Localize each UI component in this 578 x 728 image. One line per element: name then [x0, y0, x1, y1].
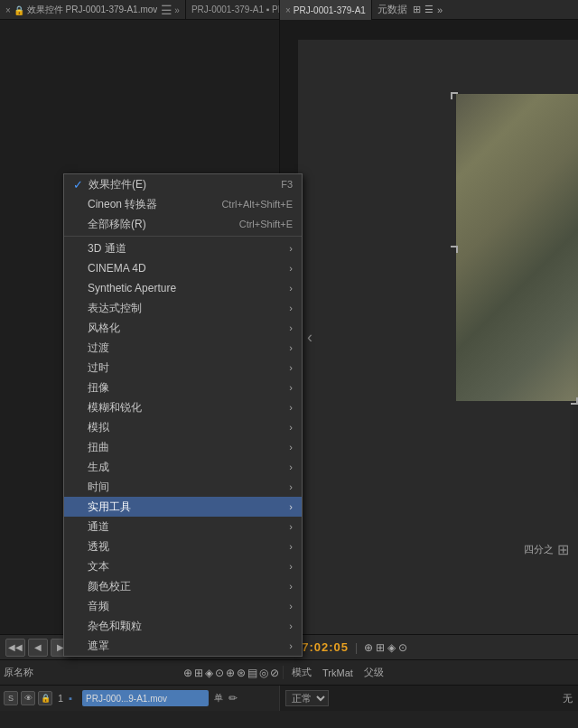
arrow-icon: ›	[289, 303, 293, 313]
menu-item-label: 全部移除(R)	[88, 217, 146, 232]
edit-icon: ✏	[228, 692, 238, 705]
menu-item-color-correction[interactable]: 颜色校正 ›	[64, 576, 302, 596]
source-label: 原名称	[4, 666, 33, 679]
menu-item-label: 模拟	[88, 420, 109, 435]
hicon8[interactable]: ◎	[259, 667, 268, 679]
btn-prev-frame[interactable]: ◀	[28, 639, 48, 657]
timeline-header-right: 模式 TrkMat 父级	[286, 666, 574, 679]
preview-nav-prev[interactable]: ‹	[307, 328, 312, 347]
corner-mid	[451, 246, 458, 253]
menu-icon-right[interactable]: ☰	[424, 4, 434, 15]
menu-item-cineon[interactable]: Cineon 转换器 Ctrl+Alt+Shift+E	[64, 194, 302, 214]
menu-item-simulate[interactable]: 模拟 ›	[64, 417, 302, 437]
menu-item-label: 音频	[88, 599, 109, 614]
hicon6[interactable]: ⊛	[237, 667, 246, 679]
menu-item-label: Synthetic Aperture	[88, 282, 176, 294]
menu-item-label: 时间	[88, 480, 109, 495]
menu-item-audio[interactable]: 音频 ›	[64, 596, 302, 616]
track-icon: ▪	[69, 693, 72, 704]
tab-comp-label: PRJ-0001-379-A1	[294, 5, 366, 15]
tab-effects-label: 效果控件 PRJ-0001-379-A1.mov	[27, 4, 158, 16]
arrow-icon: ›	[289, 621, 293, 631]
arrow-icon: ›	[289, 283, 293, 294]
icon-r1[interactable]: ⊕	[364, 641, 373, 654]
menu-item-matte[interactable]: 遮罩 ›	[64, 636, 302, 656]
metadata-label[interactable]: 元数据	[378, 3, 407, 16]
arrow-icon: ›	[289, 422, 293, 433]
menu-item-label: Cineon 转换器	[88, 197, 157, 212]
menu-item-label: 模糊和锐化	[88, 400, 142, 415]
arrow-icon: ›	[289, 362, 293, 373]
menu-item-text[interactable]: 文本 ›	[64, 556, 302, 576]
timeline-header: 原名称 ⊕ ⊞ ◈ ⊙ ⊕ ⊛ ▤ ◎ ⊘ 模式 TrkMat 父级	[0, 660, 578, 686]
tab-menu-icon[interactable]: ☰	[161, 3, 172, 17]
tab-composition[interactable]: × PRJ-0001-379-A1	[280, 0, 372, 20]
menu-item-distort[interactable]: 扭像 ›	[64, 378, 302, 397]
menu-item-remove-all[interactable]: 全部移除(R) Ctrl+Shift+E	[64, 214, 302, 234]
btn-solo[interactable]: S	[4, 691, 18, 705]
hicon9[interactable]: ⊘	[270, 667, 279, 679]
right-transport: 17:02:05 | ⊕ ⊞ ◈ ⊙	[289, 640, 573, 654]
menu-item-obsolete[interactable]: 过时 ›	[64, 358, 302, 378]
menu-item-label: CINEMA 4D	[88, 262, 146, 275]
btn-step-back[interactable]: ◀◀	[5, 639, 25, 657]
menu-item-perspective[interactable]: 透视 ›	[64, 537, 302, 556]
menu-item-stylize[interactable]: 风格化 ›	[64, 318, 302, 338]
arrow-icon: ›	[289, 640, 293, 651]
menu-item-time[interactable]: 时间 ›	[64, 477, 302, 497]
menu-item-label: 杂色和颗粒	[88, 619, 142, 634]
tab-close-icon-right[interactable]: ×	[285, 5, 291, 15]
btn-visibility[interactable]: 👁	[21, 691, 35, 705]
menu-item-label: 遮罩	[88, 639, 109, 654]
menu-item-blur-sharpen[interactable]: 模糊和锐化 ›	[64, 397, 302, 417]
menu-item-synthetic-aperture[interactable]: Synthetic Aperture ›	[64, 278, 302, 298]
shortcut-label: F3	[281, 179, 293, 190]
timeline-header-left: 原名称 ⊕ ⊞ ◈ ⊙ ⊕ ⊛ ▤ ◎ ⊘	[4, 666, 284, 679]
tab-close-icon[interactable]: ×	[5, 5, 11, 15]
arrow-icon: ›	[289, 462, 293, 472]
menu-item-noise-grain[interactable]: 杂色和颗粒 ›	[64, 616, 302, 636]
menu-item-transition[interactable]: 过渡 ›	[64, 338, 302, 358]
arrow-icon: ›	[289, 581, 293, 592]
icon-r3[interactable]: ◈	[387, 641, 396, 654]
arrow-icon: ›	[289, 561, 293, 572]
menu-item-expression[interactable]: 表达式控制 ›	[64, 298, 302, 318]
menu-item-utility[interactable]: 实用工具 ›	[64, 497, 302, 517]
hicon1[interactable]: ⊕	[183, 667, 192, 679]
track-clip[interactable]: PRJ-000...9-A1.mov	[82, 690, 209, 706]
track-data: 正常 无	[280, 686, 578, 711]
left-panel: ✓ 效果控件(E) F3 Cineon 转换器 Ctrl+Alt+Shift+E…	[0, 20, 280, 634]
hicon5[interactable]: ⊕	[226, 667, 235, 679]
menu-item-label: 3D 通道	[88, 241, 126, 257]
corner-br	[571, 397, 578, 405]
grid-icon[interactable]: ⊞	[413, 4, 421, 15]
bottom-right-label: 四分之 ⊞	[524, 541, 569, 558]
menu-item-label: 文本	[88, 559, 109, 574]
menu-item-label: 透视	[88, 539, 109, 555]
menu-item-3d-channel[interactable]: 3D 通道 ›	[64, 238, 302, 258]
menu-item-warp[interactable]: 扭曲 ›	[64, 437, 302, 457]
menu-item-label: 生成	[88, 460, 109, 475]
context-menu: ✓ 效果控件(E) F3 Cineon 转换器 Ctrl+Alt+Shift+E…	[63, 173, 303, 657]
hicon4[interactable]: ⊙	[215, 667, 224, 679]
tab-effects-control[interactable]: × 🔒 效果控件 PRJ-0001-379-A1.mov ☰ »	[0, 0, 186, 20]
icon-r2[interactable]: ⊞	[376, 641, 385, 654]
menu-item-effects-control[interactable]: ✓ 效果控件(E) F3	[64, 174, 302, 194]
tab-expand-icon[interactable]: »	[174, 5, 180, 15]
menu-item-generate[interactable]: 生成 ›	[64, 457, 302, 477]
menu-item-cinema4d[interactable]: CINEMA 4D ›	[64, 258, 302, 278]
corner-tl	[451, 92, 458, 99]
btn-lock[interactable]: 🔒	[38, 691, 52, 705]
hicon3[interactable]: ◈	[205, 667, 213, 679]
menu-item-label: 过渡	[88, 341, 109, 356]
menu-item-channel[interactable]: 通道 ›	[64, 517, 302, 537]
hicon2[interactable]: ⊞	[194, 667, 203, 679]
hicon7[interactable]: ▤	[247, 667, 257, 679]
expand-icon-right[interactable]: »	[437, 5, 443, 15]
mode-select[interactable]: 正常	[285, 690, 329, 706]
track-number: 1	[55, 693, 66, 704]
menu-item-label: 风格化	[88, 321, 120, 336]
right-icons: ⊕ ⊞ ◈ ⊙	[364, 641, 407, 654]
parent-value: 无	[563, 692, 573, 705]
icon-r4[interactable]: ⊙	[398, 641, 407, 654]
